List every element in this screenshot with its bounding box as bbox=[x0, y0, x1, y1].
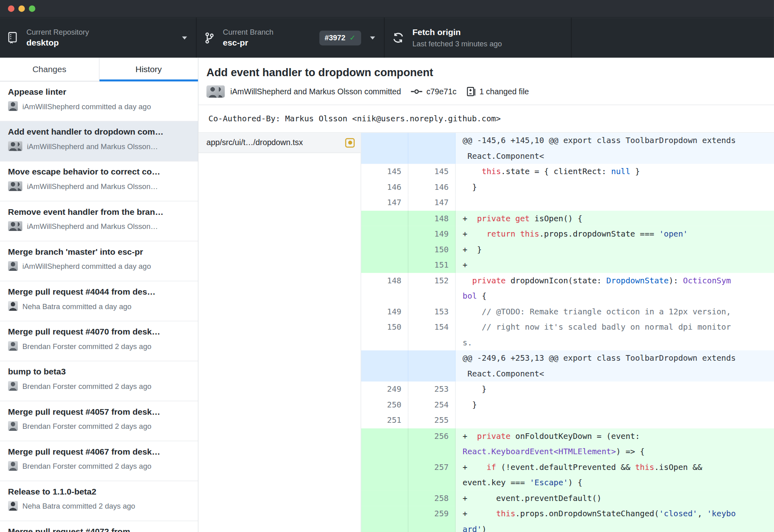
changed-file-icon bbox=[466, 86, 475, 97]
commit-list-item[interactable]: Merge pull request #4072 from…Brendan Fo… bbox=[0, 521, 198, 532]
avatar bbox=[8, 461, 18, 471]
fetch-origin-button[interactable]: Fetch origin Last fetched 3 minutes ago bbox=[384, 18, 571, 58]
old-line-number bbox=[361, 506, 408, 532]
sidebar: Changes History Appease linteriAmWillShe… bbox=[0, 58, 198, 532]
commit-sha: c79e71c bbox=[427, 87, 457, 96]
branch-label: Current Branch bbox=[223, 28, 274, 36]
old-line-number: 145 bbox=[361, 164, 408, 180]
chevron-down-icon bbox=[182, 36, 187, 39]
commit-list-item[interactable]: Merge pull request #4070 from desk…Brend… bbox=[0, 321, 198, 361]
old-line-number: 250 bbox=[361, 397, 408, 413]
commit-list-item[interactable]: Move escape behavior to correct co…iAmWi… bbox=[0, 161, 198, 201]
old-line-number bbox=[361, 490, 408, 506]
commit-header: Add event handler to dropdown component … bbox=[198, 58, 774, 105]
avatar-group bbox=[8, 221, 23, 231]
old-line-number bbox=[361, 241, 408, 257]
repository-name: desktop bbox=[26, 38, 89, 48]
file-list-item[interactable]: app/src/ui/t…/dropdown.tsx bbox=[198, 133, 360, 153]
sidebar-tabs: Changes History bbox=[0, 58, 198, 81]
tab-changes[interactable]: Changes bbox=[0, 58, 99, 81]
changed-files-list: app/src/ui/t…/dropdown.tsx bbox=[198, 133, 361, 532]
modified-status-icon bbox=[345, 138, 354, 147]
new-line-number: 147 bbox=[408, 195, 456, 211]
toolbar-spacer bbox=[571, 18, 774, 58]
branch-name: esc-pr bbox=[223, 38, 274, 48]
repository-label: Current Repository bbox=[26, 28, 89, 36]
diff-code-line: // right now it's scaled badly on normal… bbox=[456, 319, 774, 350]
commit-list-item[interactable]: Merge pull request #4044 from des…Neha B… bbox=[0, 281, 198, 321]
diff-code-line bbox=[456, 413, 774, 428]
new-line-number bbox=[408, 350, 456, 381]
commit-list-item[interactable]: Merge branch 'master' into esc-priAmWill… bbox=[0, 241, 198, 281]
commit-item-title: bump to beta3 bbox=[8, 367, 190, 377]
git-commit-icon bbox=[411, 88, 422, 95]
diff-row: 149+ return this.props.dropdownState ===… bbox=[361, 226, 774, 242]
zoom-button[interactable] bbox=[29, 5, 35, 12]
commit-item-byline: Neha Batra committed 2 days ago bbox=[23, 502, 135, 510]
commit-item-title: Appease linter bbox=[8, 87, 190, 97]
commit-item-byline: iAmWillShepherd and Markus Olsson… bbox=[27, 182, 158, 190]
diff-code-line: private dropdownIcon(state: DropdownStat… bbox=[456, 273, 774, 304]
commit-item-meta: Brendan Forster committed 2 days ago bbox=[8, 381, 190, 391]
commit-list-item[interactable]: Appease linteriAmWillShepherd committed … bbox=[0, 81, 198, 121]
old-line-number bbox=[361, 257, 408, 273]
commit-list-item[interactable]: bump to beta3Brendan Forster committed 2… bbox=[0, 361, 198, 401]
changed-file-count: 1 changed file bbox=[479, 87, 529, 96]
branch-dropdown[interactable]: Current Branch esc-pr #3972 ✓ bbox=[196, 18, 384, 58]
old-line-number: 150 bbox=[361, 319, 408, 350]
old-line-number bbox=[361, 428, 408, 459]
diff-code-line: + private get isOpen() { bbox=[456, 210, 774, 226]
diff-row: 259+ this.props.onDropdownStateChanged('… bbox=[361, 506, 774, 532]
new-line-number: 254 bbox=[408, 397, 456, 413]
commit-item-byline: Brendan Forster committed 2 days ago bbox=[23, 342, 152, 350]
repository-dropdown[interactable]: Current Repository desktop bbox=[0, 18, 196, 58]
commit-list-item[interactable]: Release to 1.1.0-beta2Neha Batra committ… bbox=[0, 481, 198, 521]
new-line-number: 145 bbox=[408, 164, 456, 180]
commit-item-meta: Brendan Forster committed 2 days ago bbox=[8, 461, 190, 471]
toolbar: Current Repository desktop Current Branc… bbox=[0, 18, 774, 58]
diff-row: 251255 bbox=[361, 413, 774, 428]
minimize-button[interactable] bbox=[19, 5, 25, 12]
diff-row: 258+ event.preventDefault() bbox=[361, 490, 774, 506]
commit-item-title: Release to 1.1.0-beta2 bbox=[8, 487, 190, 497]
commit-list-item[interactable]: Merge pull request #4057 from desk…Brend… bbox=[0, 401, 198, 441]
avatar bbox=[206, 85, 219, 98]
commit-list-item[interactable]: Add event handler to dropdown com…iAmWil… bbox=[0, 121, 198, 161]
old-line-number bbox=[361, 210, 408, 226]
old-line-number bbox=[361, 459, 408, 490]
commit-item-title: Merge pull request #4070 from desk… bbox=[8, 327, 190, 337]
new-line-number: 150 bbox=[408, 241, 456, 257]
commit-byline: iAmWillShepherd and Markus Olsson commit… bbox=[206, 85, 766, 98]
diff-row: 149153 // @TODO: Remake triangle octicon… bbox=[361, 304, 774, 320]
diff-code-line: + if (!event.defaultPrevented && this.is… bbox=[456, 459, 774, 490]
close-button[interactable] bbox=[8, 5, 15, 12]
avatar-group bbox=[8, 381, 18, 391]
commit-item-byline: Brendan Forster committed 2 days ago bbox=[23, 422, 152, 430]
diff-code-line: + return this.props.dropdownState === 'o… bbox=[456, 226, 774, 242]
commit-item-byline: Neha Batra committed a day ago bbox=[23, 302, 132, 310]
fetch-title: Fetch origin bbox=[412, 28, 502, 37]
diff-code-line: } bbox=[456, 179, 774, 195]
new-line-number: 259 bbox=[408, 506, 456, 532]
commit-item-title: Merge pull request #4067 from desk… bbox=[8, 447, 190, 457]
old-line-number: 251 bbox=[361, 413, 408, 428]
tab-history[interactable]: History bbox=[99, 58, 198, 81]
commit-list-item[interactable]: Remove event handler from the bran…iAmWi… bbox=[0, 202, 198, 241]
diff-row: 150154 // right now it's scaled badly on… bbox=[361, 319, 774, 350]
commit-item-meta: iAmWillShepherd and Markus Olsson… bbox=[8, 221, 190, 231]
commit-item-title: Move escape behavior to correct co… bbox=[8, 167, 190, 177]
new-line-number: 258 bbox=[408, 490, 456, 506]
old-line-number: 148 bbox=[361, 273, 408, 304]
diff-row: 148+ private get isOpen() { bbox=[361, 210, 774, 226]
commit-item-title: Merge pull request #4057 from desk… bbox=[8, 407, 190, 417]
avatar-group bbox=[8, 461, 18, 471]
git-branch-icon bbox=[204, 32, 214, 44]
diff-row: 145145 this.state = { clientRect: null } bbox=[361, 164, 774, 180]
commit-list-item[interactable]: Merge pull request #4067 from desk…Brend… bbox=[0, 441, 198, 481]
new-line-number: 256 bbox=[408, 428, 456, 459]
commit-item-title: Merge pull request #4072 from… bbox=[8, 527, 190, 532]
diff-row: 249253 } bbox=[361, 382, 774, 397]
new-line-number: 153 bbox=[408, 304, 456, 320]
diff-code-line: + private onFoldoutKeyDown = (event: Rea… bbox=[456, 428, 774, 459]
commit-item-meta: iAmWillShepherd committed a day ago bbox=[8, 101, 190, 111]
